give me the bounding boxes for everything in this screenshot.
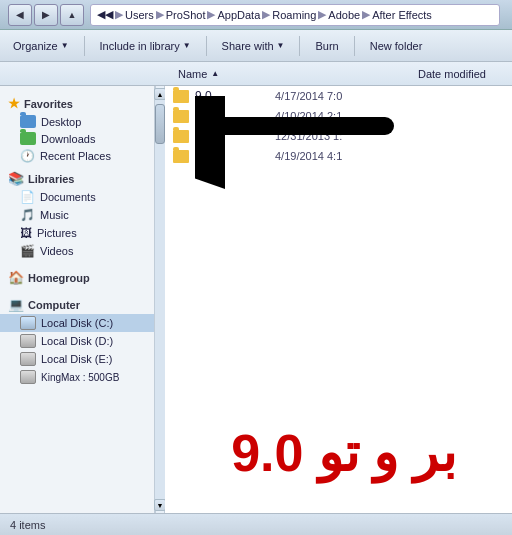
drive-e-icon: [20, 352, 36, 366]
libraries-section: 📚 Libraries: [0, 165, 154, 188]
status-bar: 4 items: [0, 513, 512, 535]
file-name: 9.0: [195, 89, 275, 103]
breadcrumb-aftereffects[interactable]: After Effects: [372, 9, 432, 21]
desktop-folder-icon: [20, 115, 36, 128]
file-list: 9.0 4/17/2014 7:0 10.5 4/10/2014 2:1 12.…: [165, 86, 512, 513]
breadcrumb-roaming[interactable]: Roaming: [272, 9, 316, 21]
documents-icon: 📄: [20, 190, 35, 204]
libraries-icon: 📚: [8, 171, 24, 186]
drive-c-icon: [20, 316, 36, 330]
title-bar: ◀ ▶ ▲ ◀◀ ▶ Users ▶ ProShot ▶ AppData ▶ R…: [0, 0, 512, 30]
pictures-icon: 🖼: [20, 226, 32, 240]
file-date: 4/10/2014 2:1: [275, 110, 504, 122]
toolbar-separator-4: [354, 36, 355, 56]
sidebar-item-music[interactable]: 🎵 Music: [0, 206, 154, 224]
back-button[interactable]: ◀: [8, 4, 32, 26]
column-headers: Name ▲ Date modified: [0, 62, 512, 86]
include-dropdown-arrow: ▼: [183, 41, 191, 50]
homegroup-section: 🏠 Homegroup: [0, 264, 154, 287]
table-row[interactable]: 9.0 4/17/2014 7:0: [165, 86, 512, 106]
sidebar-item-local-c[interactable]: Local Disk (C:): [0, 314, 154, 332]
computer-section: 💻 Computer: [0, 291, 154, 314]
star-icon: ★: [8, 96, 20, 111]
main-area: ★ Favorites Desktop Downloads 🕐 Recent P…: [0, 86, 512, 513]
include-library-button[interactable]: Include in library ▼: [93, 36, 198, 56]
homegroup-icon: 🏠: [8, 270, 24, 285]
share-dropdown-arrow: ▼: [277, 41, 285, 50]
sidebar-item-local-e[interactable]: Local Disk (E:): [0, 350, 154, 368]
table-row[interactable]: 10.5 4/10/2014 2:1: [165, 106, 512, 126]
folder-icon: [173, 150, 189, 163]
file-name: 12.0: [195, 129, 275, 143]
drive-d-icon: [20, 334, 36, 348]
file-date: 4/19/2014 4:1: [275, 150, 504, 162]
table-row[interactable]: 12.2 4/19/2014 4:1: [165, 146, 512, 166]
toolbar-separator-3: [299, 36, 300, 56]
file-date: 12/31/2013 1:: [275, 130, 504, 142]
breadcrumb-appdata[interactable]: AppData: [217, 9, 260, 21]
sidebar-item-kingmax[interactable]: KingMax : 500GB: [0, 368, 154, 386]
downloads-folder-icon: [20, 132, 36, 145]
sidebar-item-downloads[interactable]: Downloads: [0, 130, 154, 147]
scroll-thumb[interactable]: [155, 104, 165, 144]
toolbar: Organize ▼ Include in library ▼ Share wi…: [0, 30, 512, 62]
computer-icon: 💻: [8, 297, 24, 312]
favorites-section: ★ Favorites: [0, 90, 154, 113]
breadcrumb-proshot[interactable]: ProShot: [166, 9, 206, 21]
organize-dropdown-arrow: ▼: [61, 41, 69, 50]
sidebar-item-recent-places[interactable]: 🕐 Recent Places: [0, 147, 154, 165]
sidebar-item-local-d[interactable]: Local Disk (D:): [0, 332, 154, 350]
column-date-header[interactable]: Date modified: [410, 62, 512, 85]
burn-button[interactable]: Burn: [308, 36, 345, 56]
breadcrumb-users[interactable]: Users: [125, 9, 154, 21]
sidebar: ★ Favorites Desktop Downloads 🕐 Recent P…: [0, 86, 155, 513]
file-name: 12.2: [195, 149, 275, 163]
column-name-header[interactable]: Name ▲: [170, 62, 410, 85]
folder-icon: [173, 90, 189, 103]
breadcrumb[interactable]: ◀◀ ▶ Users ▶ ProShot ▶ AppData ▶ Roaming…: [90, 4, 500, 26]
file-date: 4/17/2014 7:0: [275, 90, 504, 102]
sidebar-item-pictures[interactable]: 🖼 Pictures: [0, 224, 154, 242]
toolbar-separator-1: [84, 36, 85, 56]
forward-button[interactable]: ▶: [34, 4, 58, 26]
drive-kingmax-icon: [20, 370, 36, 384]
folder-icon: [173, 110, 189, 123]
sidebar-item-documents[interactable]: 📄 Documents: [0, 188, 154, 206]
sidebar-scrollbar[interactable]: ▲ ▼: [155, 86, 165, 513]
share-with-button[interactable]: Share with ▼: [215, 36, 292, 56]
recent-places-icon: 🕐: [20, 149, 35, 163]
breadcrumb-adobe[interactable]: Adobe: [328, 9, 360, 21]
toolbar-separator-2: [206, 36, 207, 56]
scroll-track: [155, 100, 165, 499]
sidebar-item-desktop[interactable]: Desktop: [0, 113, 154, 130]
organize-button[interactable]: Organize ▼: [6, 36, 76, 56]
up-button[interactable]: ▲: [60, 4, 84, 26]
item-count: 4 items: [10, 519, 45, 531]
file-list-scroll: 9.0 4/17/2014 7:0 10.5 4/10/2014 2:1 12.…: [165, 86, 512, 166]
folder-icon: [173, 130, 189, 143]
file-name: 10.5: [195, 109, 275, 123]
new-folder-button[interactable]: New folder: [363, 36, 430, 56]
arabic-text-overlay: بر و تو 9.0: [175, 423, 512, 483]
music-icon: 🎵: [20, 208, 35, 222]
videos-icon: 🎬: [20, 244, 35, 258]
table-row[interactable]: 12.0 12/31/2013 1:: [165, 126, 512, 146]
sidebar-item-videos[interactable]: 🎬 Videos: [0, 242, 154, 260]
